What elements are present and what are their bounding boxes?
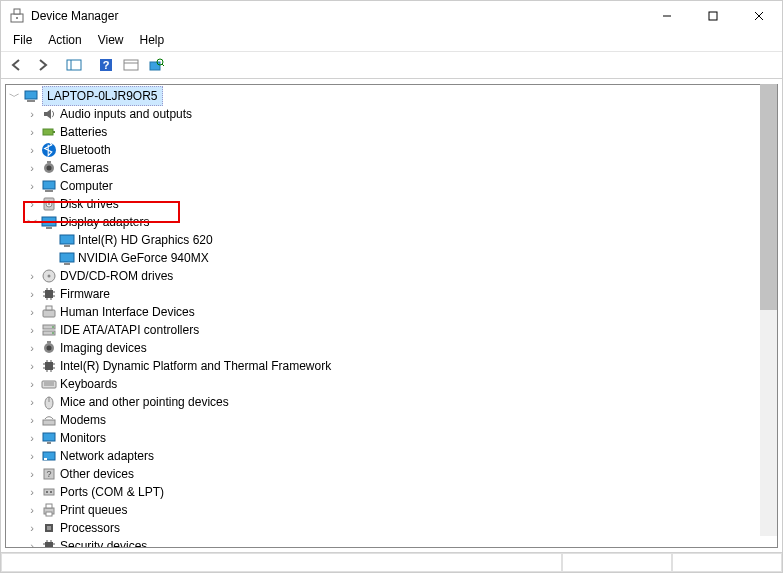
chevron-right-icon[interactable]: › (24, 321, 40, 339)
menu-help[interactable]: Help (132, 31, 173, 51)
tree-category-imaging-devices[interactable]: ›Imaging devices (6, 339, 777, 357)
tree-category-bluetooth[interactable]: ›Bluetooth (6, 141, 777, 159)
chevron-right-icon[interactable]: › (24, 519, 40, 537)
minimize-button[interactable] (644, 1, 690, 31)
svg-rect-69 (43, 420, 55, 425)
svg-rect-73 (44, 458, 47, 460)
menu-action[interactable]: Action (40, 31, 89, 51)
help-button[interactable]: ? (94, 53, 118, 77)
svg-rect-25 (45, 190, 53, 192)
chevron-right-icon[interactable]: › (24, 195, 40, 213)
chevron-right-icon[interactable]: › (24, 501, 40, 519)
svg-point-78 (50, 491, 52, 493)
properties-button[interactable] (119, 53, 143, 77)
tree-category-ports-com-lpt-[interactable]: ›Ports (COM & LPT) (6, 483, 777, 501)
tree-category-display-adapters[interactable]: ﹀Display adapters (6, 213, 777, 231)
mouse-icon (40, 394, 58, 410)
svg-line-15 (162, 64, 164, 66)
tree-item-label: Bluetooth (60, 141, 117, 159)
svg-rect-81 (46, 512, 52, 516)
menu-view[interactable]: View (90, 31, 132, 51)
tree-category-network-adapters[interactable]: ›Network adapters (6, 447, 777, 465)
port-icon (40, 484, 58, 500)
scan-hardware-button[interactable] (144, 53, 168, 77)
tree-root[interactable]: ﹀LAPTOP-0LJR9OR5 (6, 87, 777, 105)
tree-category-keyboards[interactable]: ›Keyboards (6, 375, 777, 393)
tree-category-other-devices[interactable]: ›?Other devices (6, 465, 777, 483)
chip-icon (40, 358, 58, 374)
chevron-right-icon[interactable]: › (24, 393, 40, 411)
back-button[interactable] (5, 53, 29, 77)
chevron-right-icon[interactable]: › (24, 357, 40, 375)
display-icon (40, 214, 58, 230)
tree-device-intel-r-hd-graphics-620[interactable]: Intel(R) HD Graphics 620 (6, 231, 777, 249)
tree-category-processors[interactable]: ›Processors (6, 519, 777, 537)
chevron-down-icon[interactable]: ﹀ (6, 87, 22, 105)
keyboard-icon (40, 376, 58, 392)
tree-item-label: Cameras (60, 159, 115, 177)
chevron-right-icon[interactable]: › (24, 447, 40, 465)
forward-button[interactable] (30, 53, 54, 77)
tree-item-label: Computer (60, 177, 119, 195)
tree-category-monitors[interactable]: ›Monitors (6, 429, 777, 447)
tree-item-label: Mice and other pointing devices (60, 393, 235, 411)
show-hide-console-button[interactable] (62, 53, 86, 77)
modem-icon (40, 412, 58, 428)
tree-category-cameras[interactable]: ›Cameras (6, 159, 777, 177)
svg-rect-1 (14, 9, 20, 14)
tree-item-label: Firmware (60, 285, 116, 303)
tree-category-modems[interactable]: ›Modems (6, 411, 777, 429)
chevron-right-icon[interactable]: › (24, 429, 40, 447)
computer-icon (22, 88, 40, 104)
menu-file[interactable]: File (5, 31, 40, 51)
display-icon (58, 250, 76, 266)
chevron-right-icon[interactable]: › (24, 285, 40, 303)
network-icon (40, 448, 58, 464)
maximize-button[interactable] (690, 1, 736, 31)
tree-category-disk-drives[interactable]: ›Disk drives (6, 195, 777, 213)
chevron-right-icon[interactable]: › (24, 339, 40, 357)
chevron-right-icon[interactable]: › (24, 177, 40, 195)
chevron-right-icon[interactable]: › (24, 537, 40, 548)
svg-rect-33 (60, 253, 74, 262)
svg-rect-32 (64, 245, 70, 247)
storagectrl-icon (40, 322, 58, 338)
vertical-scrollbar[interactable] (760, 84, 777, 536)
tree-category-dvd-cd-rom-drives[interactable]: ›DVD/CD-ROM drives (6, 267, 777, 285)
tree-category-human-interface-devices[interactable]: ›Human Interface Devices (6, 303, 777, 321)
chevron-right-icon[interactable]: › (24, 375, 40, 393)
tree-category-batteries[interactable]: ›Batteries (6, 123, 777, 141)
toolbar: ? (1, 51, 782, 79)
unknown-icon: ? (40, 466, 58, 482)
tree-category-mice-and-other-pointing-devices[interactable]: ›Mice and other pointing devices (6, 393, 777, 411)
svg-rect-19 (53, 131, 55, 133)
tree-category-audio-inputs-and-outputs[interactable]: ›Audio inputs and outputs (6, 105, 777, 123)
tree-item-label: Security devices (60, 537, 153, 548)
chevron-down-icon[interactable]: ﹀ (24, 213, 40, 231)
svg-point-77 (46, 491, 48, 493)
tree-category-intel-r-dynamic-platform-and-thermal-framework[interactable]: ›Intel(R) Dynamic Platform and Thermal F… (6, 357, 777, 375)
tree-category-firmware[interactable]: ›Firmware (6, 285, 777, 303)
chevron-right-icon[interactable]: › (24, 465, 40, 483)
chevron-right-icon[interactable]: › (24, 483, 40, 501)
tree-category-ide-ata-atapi-controllers[interactable]: ›IDE ATA/ATAPI controllers (6, 321, 777, 339)
tree-category-print-queues[interactable]: ›Print queues (6, 501, 777, 519)
svg-rect-29 (42, 217, 56, 226)
optical-icon (40, 268, 58, 284)
tree-category-security-devices[interactable]: ›Security devices (6, 537, 777, 548)
scrollbar-thumb[interactable] (760, 84, 777, 310)
chevron-right-icon[interactable]: › (24, 105, 40, 123)
chevron-right-icon[interactable]: › (24, 123, 40, 141)
tree-device-nvidia-geforce-940mx[interactable]: NVIDIA GeForce 940MX (6, 249, 777, 267)
chevron-right-icon[interactable]: › (24, 141, 40, 159)
chevron-right-icon[interactable]: › (24, 303, 40, 321)
chevron-right-icon[interactable]: › (24, 411, 40, 429)
chevron-right-icon[interactable]: › (24, 267, 40, 285)
close-button[interactable] (736, 1, 782, 31)
svg-rect-24 (43, 181, 55, 189)
device-tree[interactable]: ﹀LAPTOP-0LJR9OR5›Audio inputs and output… (5, 84, 778, 548)
tree-category-computer[interactable]: ›Computer (6, 177, 777, 195)
bluetooth-icon (40, 142, 58, 158)
chevron-right-icon[interactable]: › (24, 159, 40, 177)
svg-rect-83 (47, 526, 51, 530)
